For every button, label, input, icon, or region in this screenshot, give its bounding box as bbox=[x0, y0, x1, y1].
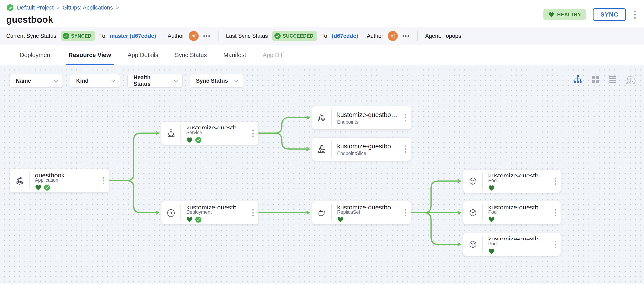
node-title: kustomize-guestbook-ui-... bbox=[488, 172, 548, 177]
synced-badge: SYNCED bbox=[61, 31, 95, 41]
node-kebab-menu-icon[interactable] bbox=[550, 201, 560, 224]
chevron-down-icon bbox=[111, 78, 116, 82]
replicaset-icon bbox=[312, 201, 331, 224]
healthy-heart-icon bbox=[186, 217, 193, 223]
node-title: guestbook bbox=[35, 172, 96, 177]
node-kebab-menu-icon[interactable] bbox=[248, 201, 258, 224]
agent-value: opops bbox=[446, 33, 461, 39]
node-kind: Endpoints bbox=[337, 119, 398, 125]
deployment-icon bbox=[162, 201, 180, 224]
tree-view-icon[interactable] bbox=[572, 75, 583, 84]
chevron-down-icon bbox=[174, 78, 178, 82]
healthy-heart-icon bbox=[337, 217, 344, 223]
page-title: guestbook bbox=[6, 14, 638, 25]
node-kebab-menu-icon[interactable] bbox=[550, 233, 560, 256]
pod-icon bbox=[463, 233, 482, 256]
node-kebab-menu-icon[interactable] bbox=[248, 122, 258, 145]
author-avatar[interactable]: o( bbox=[388, 31, 398, 41]
tab-app-diff: App Diff bbox=[254, 45, 292, 65]
tab-deployment[interactable]: Deployment bbox=[12, 45, 60, 65]
pod-icon bbox=[463, 170, 482, 193]
filter-name-label: Name bbox=[16, 78, 31, 84]
filter-health-status-label: Health Status bbox=[134, 74, 169, 87]
node-pod-1[interactable]: kustomize-guestbook-ui-... Pod bbox=[463, 170, 561, 193]
list-view-icon[interactable] bbox=[608, 75, 617, 84]
node-title: kustomize-guestbook-ui bbox=[337, 111, 398, 119]
node-kebab-menu-icon[interactable] bbox=[400, 138, 411, 161]
heart-icon bbox=[548, 12, 554, 17]
filter-health-status-dropdown[interactable]: Health Status bbox=[127, 74, 183, 88]
check-circle-icon bbox=[63, 33, 69, 39]
svg-text:∞: ∞ bbox=[8, 5, 12, 10]
breadcrumb: ∞ Default Project > GitOps: Applications… bbox=[6, 4, 638, 11]
to-label: To bbox=[322, 33, 328, 39]
node-service[interactable]: kustomize-guestbook-ui Service bbox=[161, 122, 258, 145]
node-endpointslice[interactable]: kustomize-guestbook-ui-... EndpointSlice bbox=[312, 137, 411, 161]
last-revision-link[interactable]: (d67cddc) bbox=[332, 33, 358, 39]
node-kebab-menu-icon[interactable] bbox=[400, 201, 411, 224]
filter-sync-status-label: Sync Status bbox=[196, 78, 228, 84]
healthy-heart-icon bbox=[488, 185, 495, 191]
node-kind: Pod bbox=[488, 241, 548, 247]
node-kind: EndpointSlice bbox=[337, 151, 398, 156]
sync-status-bar: Current Sync Status SYNCED To master (d6… bbox=[0, 27, 644, 45]
node-application-guestbook[interactable]: guestbook Application bbox=[10, 169, 109, 192]
divider bbox=[417, 31, 418, 41]
current-sync-status-label: Current Sync Status bbox=[6, 33, 56, 39]
succeeded-badge-label: SUCCEEDED bbox=[283, 33, 313, 39]
node-kebab-menu-icon[interactable] bbox=[400, 106, 411, 129]
sync-button[interactable]: SYNC bbox=[593, 8, 626, 21]
tab-bar: Deployment Resource View App Details Syn… bbox=[0, 45, 644, 65]
to-label: To bbox=[99, 33, 105, 39]
filter-kind-label: Kind bbox=[76, 78, 88, 84]
application-icon bbox=[10, 169, 29, 192]
node-title: kustomize-guestbook-ui-... bbox=[488, 204, 548, 209]
tab-manifest[interactable]: Manifest bbox=[215, 45, 254, 65]
tab-resource-view[interactable]: Resource View bbox=[60, 45, 120, 65]
author-label: Author bbox=[168, 33, 184, 39]
node-kind: Service bbox=[186, 130, 246, 136]
cloud-view-icon[interactable] bbox=[625, 74, 636, 84]
node-title: kustomize-guestbook-ui-... bbox=[488, 236, 548, 240]
node-endpoints[interactable]: kustomize-guestbook-ui Endpoints bbox=[312, 106, 411, 129]
synced-badge-label: SYNCED bbox=[71, 33, 92, 39]
chevron-down-icon bbox=[234, 78, 238, 82]
tab-app-details[interactable]: App Details bbox=[120, 45, 166, 65]
breadcrumb-separator: > bbox=[116, 4, 119, 11]
current-revision-link[interactable]: master (d67cddc) bbox=[110, 33, 156, 39]
page-header: ∞ Default Project > GitOps: Applications… bbox=[0, 0, 644, 27]
filter-kind-dropdown[interactable]: Kind bbox=[70, 74, 120, 88]
author-label: Author bbox=[367, 33, 384, 39]
node-deployment[interactable]: kustomize-guestbook-ui Deployment bbox=[161, 201, 258, 225]
synced-check-icon bbox=[44, 185, 50, 191]
node-replicaset[interactable]: kustomize-guestbook-ui-... ReplicaSet bbox=[312, 201, 411, 225]
filter-sync-status-dropdown[interactable]: Sync Status bbox=[190, 74, 243, 88]
header-kebab-menu-icon[interactable] bbox=[633, 9, 637, 20]
succeeded-badge: SUCCEEDED bbox=[272, 31, 316, 41]
commit-message-ellipsis[interactable]: ••• bbox=[203, 33, 211, 39]
agent-label: Agent: bbox=[425, 33, 441, 39]
resource-graph-canvas[interactable]: Name Kind Health Status Sync Status bbox=[0, 65, 644, 284]
pod-icon bbox=[463, 201, 482, 224]
node-pod-3[interactable]: kustomize-guestbook-ui-... Pod bbox=[463, 233, 561, 256]
node-kind: Pod bbox=[488, 178, 548, 184]
chevron-down-icon bbox=[54, 78, 58, 82]
node-kebab-menu-icon[interactable] bbox=[550, 170, 560, 193]
node-title: kustomize-guestbook-ui-... bbox=[337, 143, 398, 150]
breadcrumb-project[interactable]: Default Project bbox=[17, 4, 54, 11]
check-circle-icon bbox=[274, 33, 280, 39]
grid-view-icon[interactable] bbox=[591, 75, 600, 84]
service-icon bbox=[162, 122, 180, 145]
filter-bar: Name Kind Health Status Sync Status bbox=[10, 74, 243, 88]
breadcrumb-section[interactable]: GitOps: Applications bbox=[62, 4, 113, 11]
node-kind: Deployment bbox=[186, 209, 246, 215]
node-kind: ReplicaSet bbox=[337, 209, 398, 215]
last-sync-status-label: Last Sync Status bbox=[226, 33, 268, 39]
health-status-badge: HEALTHY bbox=[544, 9, 586, 20]
tab-sync-status[interactable]: Sync Status bbox=[166, 45, 215, 65]
filter-name-dropdown[interactable]: Name bbox=[10, 74, 63, 88]
commit-message-ellipsis[interactable]: ••• bbox=[402, 33, 410, 39]
node-pod-2[interactable]: kustomize-guestbook-ui-... Pod bbox=[463, 201, 561, 225]
author-avatar[interactable]: o( bbox=[189, 31, 199, 41]
node-kebab-menu-icon[interactable] bbox=[98, 169, 109, 192]
